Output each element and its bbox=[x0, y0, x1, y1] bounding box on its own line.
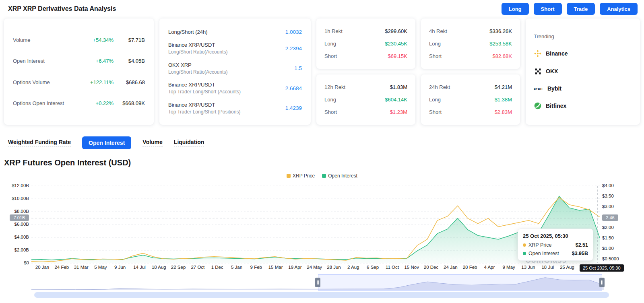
navigator-selection[interactable] bbox=[318, 274, 602, 291]
trade-button[interactable]: Trade bbox=[567, 3, 595, 15]
stat-value: $7.71B bbox=[114, 37, 145, 43]
rekt-cards: 1h Rekt$299.60K Long$230.45K Short$69.15… bbox=[316, 19, 520, 125]
ratio-sublabel: Top Trader Long/Short (Positions) bbox=[168, 109, 285, 115]
legend-item-open-interest[interactable]: Open Interest bbox=[322, 173, 357, 179]
ratio-row: Long/Short (24h) 1.0032 bbox=[168, 29, 302, 35]
main-chart-canvas[interactable] bbox=[31, 184, 600, 265]
price-axis-tick: $3.50 bbox=[602, 194, 614, 198]
rekt-long-value: $253.58K bbox=[489, 41, 512, 47]
stat-label: Open Interest bbox=[13, 58, 76, 64]
green-dot-icon bbox=[523, 252, 526, 255]
tab-liquidation[interactable]: Liquidation bbox=[174, 139, 204, 147]
stat-change: +54.34% bbox=[76, 37, 114, 43]
stat-value: $4.05B bbox=[114, 58, 145, 64]
ratio-label: Long/Short (24h) bbox=[168, 29, 285, 35]
tooltip-time: 25 Oct 2025, 05:30 bbox=[523, 233, 588, 239]
crosshair-right-badge: 2.46 bbox=[602, 214, 618, 221]
legend-label: Open Interest bbox=[328, 173, 357, 179]
oi-axis-tick: $0 bbox=[0, 260, 29, 265]
rekt-card-24h: 24h Rekt$4.21M Long$1.38M Short$2.83M bbox=[421, 74, 520, 125]
price-axis-tick: $1.00 bbox=[602, 246, 614, 251]
rekt-short-value: $1.23M bbox=[390, 109, 407, 115]
oi-axis-tick: $6.00B bbox=[0, 222, 29, 227]
ratio-value: 2.6684 bbox=[285, 85, 302, 91]
stat-change: +6.47% bbox=[76, 58, 114, 64]
trending-item-label: Bybit bbox=[547, 85, 561, 92]
okx-icon bbox=[534, 67, 542, 75]
trending-item-bitfinex[interactable]: Bitfinex bbox=[534, 102, 632, 110]
stat-change: +122.11% bbox=[76, 79, 114, 85]
rekt-long-label: Long bbox=[429, 41, 441, 47]
trending-item-bybit[interactable]: BYB!T Bybit bbox=[534, 85, 632, 92]
rekt-card-4h: 4h Rekt$336.26K Long$253.58K Short$82.68… bbox=[421, 19, 520, 69]
price-axis-tick: $1.50 bbox=[602, 235, 614, 240]
long-button[interactable]: Long bbox=[502, 3, 529, 15]
ratio-value: 1.5 bbox=[294, 65, 302, 71]
oi-axis-tick: $2.00B bbox=[0, 247, 29, 252]
ratio-sublabel: Long/Short Ratio(Accounts) bbox=[168, 49, 285, 55]
trending-item-label: Binance bbox=[546, 50, 568, 57]
summary-cards: Volume +54.34% $7.71B Open Interest +6.4… bbox=[4, 19, 640, 125]
short-button[interactable]: Short bbox=[534, 3, 562, 15]
ratio-row: OKX XRP Long/Short Ratio(Accounts) 1.5 bbox=[168, 62, 302, 75]
scroll-strip[interactable] bbox=[34, 292, 609, 298]
legend-label: XRP Price bbox=[293, 173, 315, 179]
chart-legend: XRP Price Open Interest bbox=[0, 173, 644, 179]
price-axis-tick: $3.00 bbox=[602, 204, 614, 209]
trending-item-label: OKX bbox=[546, 68, 558, 74]
rekt-long-value: $604.14K bbox=[385, 97, 407, 103]
chart-tabs: Weighted Funding Rate Open Interest Volu… bbox=[8, 136, 644, 149]
trending-item-okx[interactable]: OKX bbox=[534, 67, 632, 75]
chart-tooltip: 25 Oct 2025, 05:30 XRP Price $2.51 Open … bbox=[518, 229, 593, 261]
legend-item-xrp-price[interactable]: XRP Price bbox=[287, 173, 315, 179]
oi-axis-tick: $12.00B bbox=[0, 183, 29, 188]
rekt-card-1h: 1h Rekt$299.60K Long$230.45K Short$69.15… bbox=[316, 19, 415, 69]
yellow-dot-icon bbox=[523, 243, 526, 247]
legend-swatch-yellow bbox=[287, 174, 291, 178]
crosshair-left-badge: 7.01B bbox=[10, 214, 29, 221]
ratio-row: Binance XRP/USDT Top Trader Long/Short (… bbox=[168, 82, 302, 95]
stat-value: $686.68 bbox=[114, 79, 145, 85]
rekt-total: $336.26K bbox=[489, 28, 512, 34]
stat-change: +0.22% bbox=[76, 100, 114, 106]
tab-volume[interactable]: Volume bbox=[142, 139, 163, 147]
trending-title: Trending bbox=[534, 33, 632, 39]
stat-label: Volume bbox=[13, 37, 76, 43]
stat-row-volume: Volume +54.34% $7.71B bbox=[13, 37, 145, 43]
tooltip-row-oi: Open Interest $3.95B bbox=[523, 251, 588, 256]
rekt-total: $1.83M bbox=[390, 84, 407, 90]
stat-row-options-open-interest: Options Open Interest +0.22% $668.09K bbox=[13, 100, 145, 106]
rekt-total: $299.60K bbox=[385, 28, 407, 34]
ratio-sublabel: Top Trader Long/Short (Accounts) bbox=[168, 89, 285, 95]
oi-axis-tick: $8.00B bbox=[0, 209, 29, 214]
tooltip-label: Open Interest bbox=[528, 251, 570, 256]
crosshair-x-badge: 25 Oct 2025, 05:30 bbox=[580, 264, 624, 272]
tab-weighted-funding-rate[interactable]: Weighted Funding Rate bbox=[8, 139, 71, 147]
ratio-value: 2.2394 bbox=[285, 45, 302, 52]
navigator-handle-right[interactable] bbox=[599, 278, 605, 287]
analytics-button[interactable]: Analytics bbox=[600, 3, 638, 15]
ratio-label: Binance XRP/USDT bbox=[168, 102, 285, 108]
rekt-title: 12h Rekt bbox=[324, 84, 345, 90]
rekt-long-label: Long bbox=[429, 97, 441, 103]
ratio-row: Binance XRP/USDT Long/Short Ratio(Accoun… bbox=[168, 42, 302, 55]
price-axis-tick: $4.00 bbox=[602, 183, 614, 188]
longshort-ratio-card: Long/Short (24h) 1.0032 Binance XRP/USDT… bbox=[159, 19, 311, 125]
rekt-short-label: Short bbox=[324, 53, 337, 59]
oi-axis-tick: $4.00B bbox=[0, 235, 29, 239]
trending-item-binance[interactable]: Binance bbox=[534, 49, 632, 58]
ratio-label: Binance XRP/USDT bbox=[168, 42, 285, 48]
ratio-sublabel: Long/Short Ratio(Accounts) bbox=[168, 69, 294, 75]
stat-row-open-interest: Open Interest +6.47% $4.05B bbox=[13, 58, 145, 64]
stat-value: $668.09K bbox=[114, 100, 145, 106]
trending-card: Trending Binance OKX BYB!T Bybit Bitfine… bbox=[526, 19, 640, 125]
rekt-title: 1h Rekt bbox=[324, 28, 343, 34]
tab-open-interest[interactable]: Open Interest bbox=[82, 136, 131, 149]
x-axis-tick: 25 Aug bbox=[553, 265, 581, 270]
rekt-title: 4h Rekt bbox=[429, 28, 447, 34]
market-stats-card: Volume +54.34% $7.71B Open Interest +6.4… bbox=[4, 19, 154, 125]
rekt-long-label: Long bbox=[324, 97, 336, 103]
navigator-handle-left[interactable] bbox=[315, 278, 320, 287]
ratio-value: 1.0032 bbox=[285, 29, 302, 35]
price-axis-tick: $0.5000 bbox=[602, 256, 619, 261]
